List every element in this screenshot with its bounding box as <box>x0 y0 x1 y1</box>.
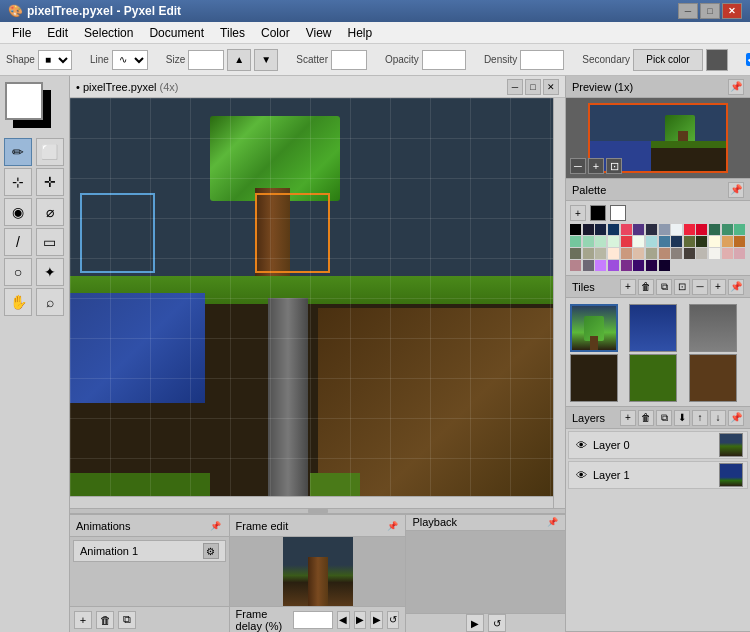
palette-color-0[interactable] <box>570 224 581 235</box>
palette-color-31[interactable] <box>608 248 619 259</box>
palette-color-33[interactable] <box>633 248 644 259</box>
palette-color-42[interactable] <box>570 260 581 271</box>
palette-color-4[interactable] <box>621 224 632 235</box>
palette-color-48[interactable] <box>646 260 657 271</box>
tiles-add-btn[interactable]: + <box>620 279 636 295</box>
palette-color-24[interactable] <box>696 236 707 247</box>
palette-color-18[interactable] <box>621 236 632 247</box>
menu-edit[interactable]: Edit <box>39 24 76 42</box>
palette-color-3[interactable] <box>608 224 619 235</box>
animation-item[interactable]: Animation 1 ⚙ <box>73 540 226 562</box>
move-tool[interactable]: ✛ <box>36 168 64 196</box>
palette-color-19[interactable] <box>633 236 644 247</box>
layer-visibility-0[interactable]: 👁 <box>573 437 589 453</box>
palette-color-22[interactable] <box>671 236 682 247</box>
palette-color-44[interactable] <box>595 260 606 271</box>
animation-settings-btn[interactable]: ⚙ <box>203 543 219 559</box>
tiles-zoom-out-btn[interactable]: ─ <box>692 279 708 295</box>
shape-select[interactable]: ■ ● ◆ <box>38 50 72 70</box>
select-tool[interactable]: ⊹ <box>4 168 32 196</box>
tile-item-3[interactable] <box>570 354 618 402</box>
playback-play-btn[interactable]: ▶ <box>466 614 484 632</box>
palette-color-20[interactable] <box>646 236 657 247</box>
eraser-tool[interactable]: ⬜ <box>36 138 64 166</box>
layer-visibility-1[interactable]: 👁 <box>573 467 589 483</box>
delete-animation-btn[interactable]: 🗑 <box>96 611 114 629</box>
palette-color-46[interactable] <box>621 260 632 271</box>
menu-document[interactable]: Document <box>141 24 212 42</box>
palette-color-17[interactable] <box>608 236 619 247</box>
pencil-tool[interactable]: ✏ <box>4 138 32 166</box>
frame-edit-pin-btn[interactable]: 📌 <box>385 519 399 533</box>
size-down-btn[interactable]: ▼ <box>254 49 278 71</box>
palette-color-29[interactable] <box>583 248 594 259</box>
close-button[interactable]: ✕ <box>722 3 742 19</box>
palette-color-45[interactable] <box>608 260 619 271</box>
density-input[interactable]: 255 <box>520 50 564 70</box>
palette-color-35[interactable] <box>659 248 670 259</box>
preview-pin-btn[interactable]: 📌 <box>728 79 744 95</box>
wand-tool[interactable]: ✦ <box>36 258 64 286</box>
tiles-copy-btn[interactable]: ⧉ <box>656 279 672 295</box>
tile-item-2[interactable] <box>689 304 737 352</box>
canvas-scrollbar-h[interactable] <box>70 496 553 508</box>
tiles-pin-btn[interactable]: 📌 <box>728 279 744 295</box>
maximize-button[interactable]: □ <box>700 3 720 19</box>
palette-color-47[interactable] <box>633 260 644 271</box>
copy-animation-btn[interactable]: ⧉ <box>118 611 136 629</box>
palette-color-15[interactable] <box>583 236 594 247</box>
palette-color-1[interactable] <box>583 224 594 235</box>
palette-color-16[interactable] <box>595 236 606 247</box>
palette-color-40[interactable] <box>722 248 733 259</box>
palette-color-23[interactable] <box>684 236 695 247</box>
playback-reset-btn2[interactable]: ↺ <box>488 614 506 632</box>
size-up-btn[interactable]: ▲ <box>227 49 251 71</box>
palette-color-5[interactable] <box>633 224 644 235</box>
tile-item-4[interactable] <box>629 354 677 402</box>
palette-color-8[interactable] <box>671 224 682 235</box>
color-swatches[interactable] <box>5 82 65 134</box>
tiles-zoom-in-btn[interactable]: + <box>710 279 726 295</box>
frame-prev-btn[interactable]: ◀ <box>337 611 350 629</box>
frame-delay-input[interactable]: 100 <box>293 611 333 629</box>
tile-item-1[interactable] <box>629 304 677 352</box>
palette-color-37[interactable] <box>684 248 695 259</box>
frame-next-btn[interactable]: ▶ <box>354 611 367 629</box>
rect-tool[interactable]: ▭ <box>36 228 64 256</box>
palette-color-34[interactable] <box>646 248 657 259</box>
layers-merge-btn[interactable]: ⬇ <box>674 410 690 426</box>
layer-item-1[interactable]: 👁Layer 1 <box>568 461 748 489</box>
tiles-delete-btn[interactable]: 🗑 <box>638 279 654 295</box>
layers-move-down-btn[interactable]: ↓ <box>710 410 726 426</box>
palette-color-6[interactable] <box>646 224 657 235</box>
line-select[interactable]: ∿ — <box>112 50 148 70</box>
menu-selection[interactable]: Selection <box>76 24 141 42</box>
animations-pin-btn[interactable]: 📌 <box>209 519 223 533</box>
palette-color-12[interactable] <box>722 224 733 235</box>
menu-tiles[interactable]: Tiles <box>212 24 253 42</box>
palette-color-26[interactable] <box>722 236 733 247</box>
palette-color-10[interactable] <box>696 224 707 235</box>
palette-bg-swatch[interactable] <box>610 205 626 221</box>
palette-add-btn[interactable]: + <box>570 205 586 221</box>
fit-btn[interactable]: ⊡ <box>606 158 622 174</box>
palette-color-38[interactable] <box>696 248 707 259</box>
foreground-color-swatch[interactable] <box>5 82 43 120</box>
playback-play-btn-footer[interactable]: ▶ <box>370 611 383 629</box>
menu-help[interactable]: Help <box>339 24 380 42</box>
minimize-button[interactable]: ─ <box>678 3 698 19</box>
menu-color[interactable]: Color <box>253 24 298 42</box>
layers-copy-btn[interactable]: ⧉ <box>656 410 672 426</box>
palette-pin-btn[interactable]: 📌 <box>728 182 744 198</box>
palette-color-27[interactable] <box>734 236 745 247</box>
canvas-minimize[interactable]: ─ <box>507 79 523 95</box>
secondary-swatch[interactable] <box>706 49 728 71</box>
tiles-fit-btn[interactable]: ⊡ <box>674 279 690 295</box>
palette-color-49[interactable] <box>659 260 670 271</box>
palette-color-32[interactable] <box>621 248 632 259</box>
tile-item-5[interactable] <box>689 354 737 402</box>
palette-color-30[interactable] <box>595 248 606 259</box>
hand-tool[interactable]: ✋ <box>4 288 32 316</box>
canvas-wrapper[interactable] <box>70 98 565 508</box>
palette-color-36[interactable] <box>671 248 682 259</box>
